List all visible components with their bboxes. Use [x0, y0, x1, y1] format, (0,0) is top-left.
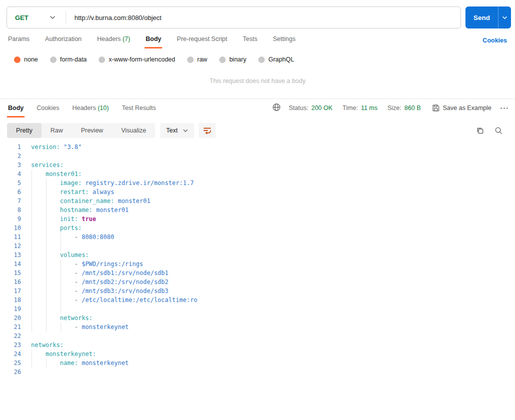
radio-icon: [99, 56, 105, 63]
indent-guide: [46, 188, 47, 196]
line-number: 23: [0, 340, 21, 350]
search-icon[interactable]: [494, 126, 503, 135]
code-line: 9 init: true: [0, 214, 515, 224]
code-line: 13 volumes:: [0, 250, 515, 260]
code-line: 6 restart: always: [0, 188, 515, 196]
response-tab-body[interactable]: Body: [7, 104, 25, 118]
radio-icon: [187, 56, 194, 63]
indent-guide: [46, 242, 47, 250]
indent-guide: [46, 178, 47, 188]
body-mode-form-data[interactable]: form-data: [50, 56, 87, 63]
body-mode-graphql[interactable]: GraphQL: [258, 56, 294, 63]
response-tab-cookies[interactable]: Cookies: [36, 104, 60, 118]
tab-tests[interactable]: Tests: [242, 36, 258, 48]
line-number: 3: [0, 160, 21, 170]
response-headers-count-badge: (10): [98, 104, 109, 112]
code-line: 1version: "3.8": [0, 142, 515, 152]
line-number: 25: [0, 358, 21, 368]
tab-body[interactable]: Body: [145, 36, 162, 48]
globe-icon[interactable]: [272, 103, 281, 113]
code-line: 25 name: monsterkeynet: [0, 358, 515, 368]
line-number: 26: [0, 368, 21, 376]
response-body-viewer[interactable]: 1version: "3.8"23services:4 monster01:5 …: [0, 142, 515, 376]
line-number: 22: [0, 332, 21, 340]
body-mode-none[interactable]: none: [14, 56, 38, 63]
status-value: 200 OK: [311, 104, 332, 112]
body-mode-x-www-form-urlencoded[interactable]: x-www-form-urlencoded: [99, 56, 175, 63]
line-number: 9: [0, 214, 21, 224]
radio-selected-icon: [14, 56, 21, 63]
method-chevron-down-icon[interactable]: [50, 16, 56, 20]
save-icon: [432, 104, 440, 112]
radio-icon: [258, 56, 265, 63]
tab-settings[interactable]: Settings: [272, 36, 296, 48]
indent-guide: [46, 268, 47, 278]
send-button[interactable]: Send: [465, 6, 498, 28]
url-input[interactable]: http://v.burna.com:8080/object: [66, 14, 162, 22]
code-line: 7 container_name: monster01: [0, 196, 515, 206]
beautify-button[interactable]: [199, 123, 216, 138]
line-number: 5: [0, 178, 21, 188]
line-number: 12: [0, 242, 21, 250]
line-number: 10: [0, 224, 21, 232]
indent-guide: [61, 304, 61, 314]
body-mode-binary[interactable]: binary: [219, 56, 246, 63]
indent-guide: [32, 304, 32, 314]
body-mode-options: none form-data x-www-form-urlencoded raw…: [14, 56, 515, 63]
send-options-chevron-icon[interactable]: [498, 6, 511, 28]
code-line: 18 - /etc/localtime:/etc/localtime:ro: [0, 296, 515, 304]
code-line: 8 hostname: monster01: [0, 206, 515, 214]
view-tab-raw[interactable]: Raw: [42, 123, 72, 138]
format-select[interactable]: Text: [160, 123, 194, 138]
response-tab-headers[interactable]: Headers (10): [71, 104, 110, 118]
indent-guide: [32, 178, 32, 188]
tab-headers[interactable]: Headers (7): [96, 36, 131, 48]
indent-guide: [61, 232, 61, 242]
tab-params[interactable]: Params: [7, 36, 31, 48]
line-number: 21: [0, 322, 21, 332]
cookies-link[interactable]: Cookies: [482, 37, 507, 48]
code-line: 15 - /mnt/sdb1:/srv/node/sdb1: [0, 268, 515, 278]
indent-guide: [32, 358, 32, 368]
indent-guide: [46, 232, 47, 242]
view-tab-visualize[interactable]: Visualize: [112, 123, 155, 138]
indent-guide: [46, 214, 47, 224]
method-selector[interactable]: GET: [7, 14, 29, 22]
response-tab-test-results[interactable]: Test Results: [121, 104, 157, 118]
indent-guide: [46, 250, 47, 260]
indent-guide: [32, 188, 32, 196]
code-line: 24 monsterkeynet:: [0, 350, 515, 358]
indent-guide: [32, 250, 32, 260]
line-number: 1: [0, 142, 21, 152]
tab-pre-request-script[interactable]: Pre-request Script: [176, 36, 228, 48]
radio-icon: [219, 56, 226, 63]
line-number: 6: [0, 188, 21, 196]
save-as-example-button[interactable]: Save as Example: [432, 104, 491, 112]
indent-guide: [32, 206, 32, 214]
line-number: 24: [0, 350, 21, 358]
copy-icon[interactable]: [476, 126, 484, 135]
code-line: 17 - /mnt/sdb3:/srv/node/sdb3: [0, 286, 515, 296]
line-number: 13: [0, 250, 21, 260]
code-line: 14 - $PWD/rings:/rings: [0, 260, 515, 268]
indent-guide: [61, 268, 61, 278]
size-label: Size:: [387, 104, 401, 112]
view-tab-preview[interactable]: Preview: [72, 123, 112, 138]
code-line: 11 - 8080:8080: [0, 232, 515, 242]
more-options-button[interactable]: [500, 108, 508, 109]
request-tabs: Params Authorization Headers (7) Body Pr…: [0, 28, 515, 48]
code-line: 4 monster01:: [0, 170, 515, 178]
code-line: 19: [0, 304, 515, 314]
line-number: 8: [0, 206, 21, 214]
indent-guide: [61, 322, 61, 332]
response-meta: Status: 200 OK Time: 11 ms Size: 860 B S…: [272, 103, 508, 118]
tab-authorization[interactable]: Authorization: [44, 36, 83, 48]
time-value: 11 ms: [361, 104, 377, 112]
body-mode-raw[interactable]: raw: [187, 56, 207, 63]
indent-guide: [46, 304, 47, 314]
code-line: 10 ports:: [0, 224, 515, 232]
code-line: 3services:: [0, 160, 515, 170]
code-line: 2: [0, 152, 515, 160]
view-tab-pretty[interactable]: Pretty: [7, 123, 42, 138]
indent-guide: [32, 224, 32, 232]
